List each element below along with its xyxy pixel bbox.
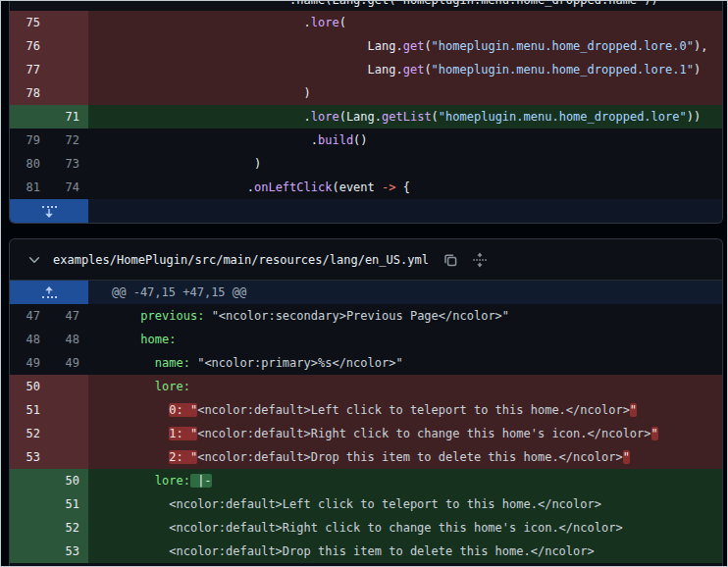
diff-row-del: 75 .lore( — [10, 11, 722, 34]
code-token: 2: " — [169, 450, 197, 464]
dotted-line — [42, 296, 57, 298]
line-number-new[interactable]: 71 — [49, 105, 88, 129]
diff-row-del: 52 1: "<ncolor:default>Right click to ch… — [10, 422, 722, 445]
diff-row-ctx: 8174 .onLeftClick(event -> { — [10, 176, 722, 199]
code-token: lore — [311, 110, 339, 124]
code-token: -> — [382, 180, 395, 194]
code-line: lore: |- — [88, 469, 722, 492]
line-number-old[interactable] — [10, 105, 49, 129]
code-token: home: — [140, 333, 176, 346]
line-number-new[interactable]: 47 — [49, 304, 88, 328]
line-number-old[interactable]: 78 — [10, 81, 49, 105]
code-token: <ncolor:default>Drop this item to delete… — [169, 544, 594, 558]
line-number-old[interactable]: 79 — [10, 129, 49, 152]
diff-viewer: .name(Lang.get("homeplugin.menu.home_dro… — [0, 0, 728, 567]
line-number-old[interactable]: 75 — [10, 11, 49, 34]
line-number-new[interactable]: 49 — [49, 351, 88, 375]
code-line: lore: — [88, 375, 722, 398]
diff-row-del: 76 Lang.get("homeplugin.menu.home_droppe… — [10, 34, 722, 58]
diff-row-del: 51 0: "<ncolor:default>Left click to tel… — [10, 398, 722, 422]
diff-row-ctx: 4848 home: — [10, 328, 722, 351]
code-token: Lang — [346, 110, 375, 124]
code-token: "homeplugin.menu.home_dropped.lore.1" — [432, 63, 694, 77]
line-number-new[interactable]: 74 — [49, 176, 88, 199]
line-number-old[interactable]: 49 — [10, 351, 49, 375]
line-number-new[interactable]: 72 — [49, 129, 88, 152]
line-number-new[interactable]: 53 — [49, 540, 88, 563]
code-token: "homeplugin.menu.home_dropped.lore.0" — [432, 39, 694, 53]
line-number-old[interactable]: 76 — [10, 34, 49, 58]
code-token: get — [403, 39, 425, 53]
diff-row-ctx: 4949 name: "<ncolor:primary>%s</ncolor>" — [10, 351, 722, 375]
line-number-old[interactable] — [10, 540, 49, 563]
code-token: ( — [424, 63, 431, 77]
line-number-new[interactable] — [49, 58, 88, 81]
code-token: Lang — [368, 63, 396, 77]
diff-row-add: 51 <ncolor:default>Left click to telepor… — [10, 492, 722, 516]
code-token: getList — [382, 110, 432, 124]
code-token: <ncolor:default>Drop this item to delete… — [197, 450, 622, 464]
line-number-old[interactable]: 80 — [10, 152, 49, 176]
chevron-down-icon[interactable] — [27, 253, 41, 267]
line-number-old[interactable] — [10, 516, 49, 540]
copy-icon[interactable] — [442, 252, 458, 268]
line-number-new[interactable]: 52 — [49, 516, 88, 540]
line-number-old[interactable] — [10, 492, 49, 516]
code-token: event — [339, 180, 382, 194]
line-number-new[interactable]: 48 — [49, 328, 88, 351]
line-number-old[interactable]: 77 — [10, 58, 49, 81]
line-number-old[interactable]: 47 — [10, 304, 49, 328]
code-token: lore: — [155, 474, 190, 488]
code-token: |- — [190, 474, 212, 488]
line-number-new[interactable] — [49, 375, 88, 398]
line-number-new[interactable]: 73 — [49, 152, 88, 176]
line-number-old[interactable]: 52 — [10, 422, 49, 445]
line-number-new[interactable] — [49, 34, 88, 58]
unfold-all-icon[interactable] — [472, 252, 488, 268]
code-token: "<ncolor:primary>%s</ncolor>" — [197, 356, 403, 370]
code-token: ) — [694, 63, 701, 77]
code-token: ( — [432, 110, 439, 124]
line-number-old[interactable]: 48 — [10, 328, 49, 351]
diff-rows-java: .name(Lang.get("homeplugin.menu.home_dro… — [10, 1, 722, 223]
expand-down-button[interactable] — [10, 199, 88, 223]
line-number-new[interactable] — [49, 81, 88, 105]
diff-row-expand — [10, 199, 722, 223]
diff-row-hunk: @@ -47,15 +47,15 @@ — [10, 281, 722, 304]
code-token: "<ncolor:secondary>Previous Page</ncolor… — [212, 309, 509, 323]
code-line: .build() — [88, 129, 722, 152]
file-path[interactable]: examples/HomePlugin/src/main/resources/l… — [53, 253, 429, 267]
gutter-clipped — [10, 1, 88, 11]
line-number-new[interactable] — [49, 11, 88, 34]
line-number-old[interactable] — [10, 469, 49, 492]
code-line: <ncolor:default>Left click to teleport t… — [88, 492, 722, 516]
line-number-new[interactable] — [49, 445, 88, 469]
code-token: 1: " — [169, 427, 197, 440]
code-line: 2: "<ncolor:default>Drop this item to de… — [88, 445, 722, 469]
code-token — [204, 309, 211, 323]
code-token: " — [623, 450, 630, 464]
code-token: . — [304, 110, 311, 124]
diff-row-add: 52 <ncolor:default>Right click to change… — [10, 516, 722, 540]
line-number-old[interactable]: 51 — [10, 398, 49, 422]
line-number-new[interactable] — [49, 422, 88, 445]
line-number-new[interactable] — [49, 398, 88, 422]
line-number-old[interactable]: 53 — [10, 445, 49, 469]
code-token: <ncolor:default>Left click to teleport t… — [197, 403, 630, 417]
code-token: <ncolor:default>Right click to change th… — [169, 521, 622, 535]
code-token: onLeftClick — [254, 180, 332, 194]
line-number-new[interactable]: 51 — [49, 492, 88, 516]
line-number-old[interactable]: 81 — [10, 176, 49, 199]
code-token: ( — [339, 110, 346, 124]
code-line: <ncolor:default>Right click to change th… — [88, 516, 722, 540]
code-token: . — [304, 16, 311, 29]
line-number-new[interactable]: 50 — [49, 469, 88, 492]
code-token: ) — [254, 157, 261, 171]
code-line: Lang.get("homeplugin.menu.home_dropped.l… — [88, 34, 722, 58]
code-token: { — [395, 180, 409, 194]
code-token: ), — [694, 39, 707, 53]
line-number-old[interactable]: 50 — [10, 375, 49, 398]
diff-row-add: 71 .lore(Lang.getList("homeplugin.menu.h… — [10, 105, 722, 129]
code-token: <ncolor:default>Right click to change th… — [197, 427, 650, 440]
expand-up-button[interactable] — [10, 281, 88, 304]
